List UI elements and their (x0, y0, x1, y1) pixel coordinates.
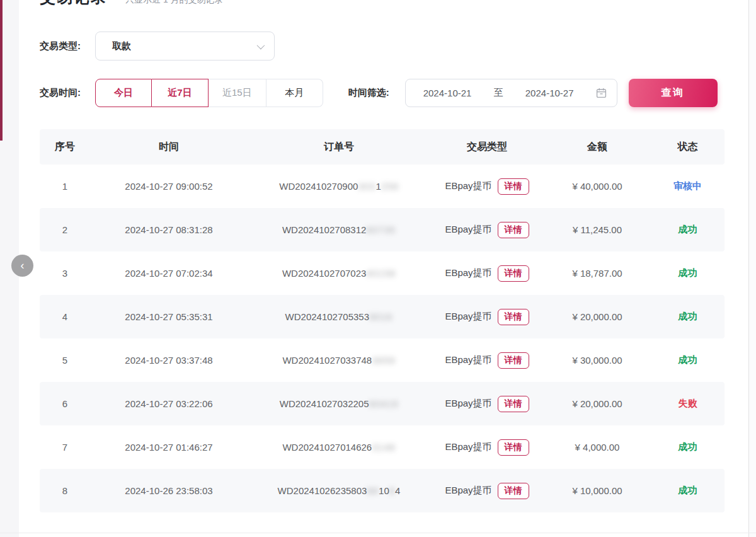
row-type: EBpay提币详情 (430, 309, 544, 325)
row-type-label: EBpay提币 (445, 398, 491, 410)
order-segment: WD2024102708312 (282, 224, 366, 235)
sidebar-accent-strip (0, 0, 3, 141)
table-body: 12024-10-27 09:00:52WD202410270900303125… (40, 165, 724, 512)
transaction-type-filter-row: 交易类型: 取款 (40, 32, 748, 61)
transaction-time-filter-row: 交易时间: 今日近7日近15日本月 时间筛选: 2024-10-21 至 202… (40, 79, 748, 107)
column-header: 金额 (544, 141, 651, 154)
order-masked-segment: 88 (367, 485, 379, 496)
chevron-down-icon (257, 41, 265, 49)
row-status: 成功 (651, 485, 724, 497)
detail-button[interactable]: 详情 (498, 483, 529, 499)
transaction-type-value: 取款 (112, 40, 257, 52)
row-order-number: WD202410270831260735 (248, 224, 430, 235)
order-segment: WD202410270900 (279, 181, 358, 192)
row-type-label: EBpay提币 (445, 267, 491, 279)
column-header: 交易类型 (430, 141, 544, 154)
order-segment: WD20241027014626 (282, 442, 372, 453)
row-index: 1 (40, 181, 90, 192)
row-time: 2024-10-27 07:02:34 (90, 268, 248, 279)
order-masked-segment: 258 (381, 181, 399, 192)
transactions-table: 序号时间订单号交易类型金额状态 12024-10-27 09:00:52WD20… (40, 129, 724, 512)
transaction-type-select[interactable]: 取款 (95, 32, 275, 61)
row-amount: ¥ 11,245.00 (544, 224, 651, 235)
order-segment: 10 (379, 485, 389, 496)
row-time: 2024-10-27 01:46:27 (90, 442, 248, 453)
detail-button[interactable]: 详情 (498, 265, 529, 282)
transaction-type-label: 交易类型: (40, 40, 95, 52)
column-header: 序号 (40, 141, 90, 154)
row-status: 失败 (651, 398, 724, 410)
order-segment: WD20241027032205 (280, 398, 369, 409)
row-index: 3 (40, 268, 90, 279)
row-time: 2024-10-26 23:58:03 (90, 485, 248, 496)
order-segment: 1 (375, 181, 381, 192)
order-segment: WD20241026235803 (278, 485, 367, 496)
detail-button[interactable]: 详情 (498, 178, 529, 195)
row-index: 5 (40, 355, 90, 366)
quick-range-button-4[interactable]: 本月 (266, 79, 323, 107)
row-time: 2024-10-27 03:37:48 (90, 355, 248, 366)
order-masked-segment: 8 (389, 485, 395, 496)
column-header: 时间 (90, 141, 248, 154)
row-index: 6 (40, 398, 90, 409)
column-header: 订单号 (248, 141, 430, 154)
table-row: 62024-10-27 03:22:06WD202410270322056041… (40, 382, 724, 425)
row-amount: ¥ 4,000.00 (544, 442, 651, 453)
detail-button[interactable]: 详情 (498, 439, 529, 456)
row-status: 审核中 (651, 180, 724, 192)
row-order-number: WD2024102709003031258 (248, 181, 430, 192)
detail-button[interactable]: 详情 (498, 309, 529, 325)
detail-button[interactable]: 详情 (498, 352, 529, 369)
row-amount: ¥ 20,000.00 (544, 398, 651, 409)
row-order-number: WD202410270702340158 (248, 268, 430, 279)
quick-range-button-3[interactable]: 近15日 (209, 79, 266, 107)
detail-button[interactable]: 详情 (498, 222, 529, 238)
table-row: 82024-10-26 23:58:03WD202410262358038810… (40, 469, 724, 512)
order-masked-segment: 3148 (372, 442, 395, 453)
table-row: 32024-10-27 07:02:34WD202410270702340158… (40, 251, 724, 295)
row-amount: ¥ 40,000.00 (544, 181, 651, 192)
row-type-label: EBpay提币 (445, 354, 491, 366)
page-title: 交易记录 (40, 0, 108, 8)
row-type-label: EBpay提币 (445, 441, 491, 453)
row-index: 4 (40, 311, 90, 322)
row-amount: ¥ 20,000.00 (544, 311, 651, 322)
row-status: 成功 (651, 441, 724, 453)
quick-range-button-1[interactable]: 今日 (95, 79, 152, 107)
order-masked-segment: 9016 (369, 311, 392, 322)
time-filter-label: 时间筛选: (348, 87, 405, 99)
row-type: EBpay提币详情 (430, 483, 544, 499)
query-button[interactable]: 查询 (629, 79, 718, 107)
order-masked-segment: 3659 (372, 355, 395, 366)
row-type: EBpay提币详情 (430, 352, 544, 369)
row-time: 2024-10-27 08:31:28 (90, 224, 248, 235)
row-index: 2 (40, 224, 90, 235)
row-amount: ¥ 18,787.00 (544, 268, 651, 279)
detail-button[interactable]: 详情 (498, 396, 529, 412)
order-masked-segment: 60735 (366, 224, 396, 235)
row-time: 2024-10-27 05:35:31 (90, 311, 248, 322)
row-amount: ¥ 30,000.00 (544, 355, 651, 366)
row-type: EBpay提币详情 (430, 222, 544, 238)
row-type: EBpay提币详情 (430, 396, 544, 412)
bottom-divider (0, 533, 756, 533)
row-index: 8 (40, 485, 90, 496)
table-row: 12024-10-27 09:00:52WD202410270900303125… (40, 165, 724, 208)
row-type-label: EBpay提币 (445, 180, 491, 192)
row-time: 2024-10-27 09:00:52 (90, 181, 248, 192)
order-masked-segment: 40158 (366, 268, 396, 279)
date-range-picker[interactable]: 2024-10-21 至 2024-10-27 (405, 79, 617, 107)
right-rail (748, 0, 756, 537)
row-order-number: WD202410270146263148 (248, 442, 430, 453)
collapse-drawer-button[interactable]: ‹ (11, 255, 33, 277)
calendar-icon (596, 88, 607, 98)
order-masked-segment: 303 (358, 181, 375, 192)
page-subtitle: 只显示近 1 月的交易记录 (125, 0, 224, 6)
date-to-value: 2024-10-27 (525, 88, 574, 98)
table-row: 42024-10-27 05:35:31WD20241027053539016E… (40, 295, 724, 338)
order-segment: WD20241027033748 (282, 355, 372, 366)
row-status: 成功 (651, 354, 724, 366)
quick-range-button-2[interactable]: 近7日 (152, 79, 209, 107)
quick-range-group: 今日近7日近15日本月 (95, 79, 323, 107)
order-segment: WD2024102705353 (285, 311, 369, 322)
